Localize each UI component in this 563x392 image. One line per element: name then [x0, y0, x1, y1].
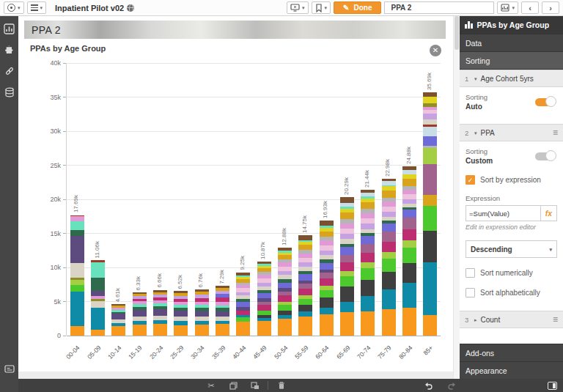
bar-segment[interactable] [382, 191, 396, 198]
bar-segment[interactable] [423, 97, 437, 103]
bar-segment[interactable] [298, 317, 312, 336]
bar-segment[interactable] [133, 325, 147, 336]
bar-segment[interactable] [361, 311, 375, 336]
bar-segment[interactable] [70, 326, 84, 336]
panel-section-appearance[interactable]: Appearance [460, 361, 563, 379]
bar-segment[interactable] [382, 223, 396, 232]
bar-segment[interactable] [423, 315, 437, 336]
undo-button[interactable] [420, 379, 436, 392]
bar-segment[interactable] [320, 273, 334, 278]
paste-button[interactable] [247, 379, 263, 392]
rail-custom-objects-button[interactable] [4, 44, 15, 56]
scrollbar-thumb[interactable] [455, 16, 459, 50]
bar-segment[interactable] [340, 234, 354, 239]
bar-segment[interactable] [111, 326, 125, 336]
edit-expression-link[interactable]: Edit in expression editor [466, 223, 557, 231]
bar-segment[interactable] [91, 308, 105, 330]
sheet-grid-button[interactable]: ▾ [497, 1, 518, 14]
bar-segment[interactable] [402, 179, 416, 186]
bar-segment[interactable] [195, 325, 209, 336]
bar-15-19[interactable] [133, 292, 147, 336]
bar-00-04[interactable] [70, 215, 84, 336]
bar-segment[interactable] [340, 229, 354, 234]
bar-segment[interactable] [382, 289, 396, 309]
bar-segment[interactable] [257, 305, 271, 310]
close-icon[interactable]: ✕ [430, 45, 441, 56]
bar-45-49[interactable] [257, 262, 271, 336]
bar-segment[interactable] [216, 324, 229, 336]
bar-80-84[interactable] [402, 166, 416, 336]
bar-40-44[interactable] [236, 273, 250, 336]
bar-segment[interactable] [361, 202, 375, 209]
bar-segment[interactable] [402, 308, 416, 336]
bar-segment[interactable] [402, 240, 416, 248]
rail-master-items-button[interactable] [4, 65, 15, 77]
bar-segment[interactable] [340, 255, 354, 262]
drag-handle-icon[interactable]: ≡ [553, 315, 558, 324]
bar-segment[interactable] [361, 296, 375, 311]
bar-65-69[interactable] [340, 197, 354, 336]
bar-segment[interactable] [91, 291, 105, 296]
bar-segment[interactable] [361, 244, 375, 252]
bar-segment[interactable] [91, 301, 105, 308]
bar-segment[interactable] [320, 245, 334, 251]
navigation-menu-button[interactable]: ▾ [4, 1, 24, 14]
sort-alphabetically-row[interactable]: Sort alphabetically [466, 288, 557, 297]
sorting-item-age-cohort[interactable]: 1 ▾ Age Cohort 5yrs [460, 70, 563, 87]
bar-segment[interactable] [423, 136, 437, 146]
bar-segment[interactable] [340, 312, 354, 336]
bar-segment[interactable] [70, 280, 84, 285]
sorting-item-count[interactable]: 3 ▸ Count ≡ [460, 311, 563, 328]
bar-segment[interactable] [361, 262, 375, 268]
sorting-item-ppa[interactable]: 2 ▾ PPA ≡ [460, 124, 563, 141]
delete-button[interactable] [273, 379, 290, 392]
bar-segment[interactable] [257, 321, 271, 336]
bar-segment[interactable] [340, 247, 354, 255]
bar-segment[interactable] [423, 231, 437, 262]
bar-segment[interactable] [402, 283, 416, 307]
bar-segment[interactable] [402, 229, 416, 240]
panel-section-data[interactable]: Data [460, 34, 563, 51]
bar-segment[interactable] [382, 309, 396, 336]
bar-segment[interactable] [423, 195, 437, 206]
bar-segment[interactable] [361, 253, 375, 262]
bar-segment[interactable] [278, 295, 292, 301]
bar-75-79[interactable] [382, 179, 396, 336]
rail-charts-button[interactable] [4, 23, 15, 34]
bar-segment[interactable] [70, 230, 84, 236]
fx-button[interactable]: fx [540, 206, 556, 221]
bar-segment[interactable] [278, 319, 292, 336]
copy-button[interactable] [225, 379, 241, 392]
presentation-button[interactable]: ▾ [287, 1, 309, 14]
bar-50-54[interactable] [278, 248, 292, 336]
bar-segment[interactable] [423, 262, 437, 316]
bar-segment[interactable] [320, 232, 334, 237]
checkbox-checked-icon[interactable]: ✓ [466, 175, 475, 185]
bar-segment[interactable] [298, 299, 312, 305]
bar-segment[interactable] [361, 218, 375, 223]
bar-segment[interactable] [402, 210, 416, 218]
bar-segment[interactable] [340, 276, 354, 286]
bar-segment[interactable] [382, 242, 396, 252]
panel-section-sorting[interactable]: Sorting [460, 51, 563, 69]
toggle-right-panel-button[interactable] [545, 380, 559, 391]
bar-segment[interactable] [153, 309, 167, 315]
bar-segment[interactable] [320, 290, 334, 297]
bar-segment[interactable] [423, 127, 437, 136]
bar-25-29[interactable] [174, 291, 188, 336]
bar-segment[interactable] [174, 311, 188, 317]
bar-segment[interactable] [320, 308, 334, 314]
bar-segment[interactable] [382, 207, 396, 212]
bar-60-64[interactable] [320, 221, 334, 336]
bar-30-34[interactable] [195, 289, 209, 336]
bar-segment[interactable] [340, 197, 354, 203]
bar-segment[interactable] [423, 114, 437, 119]
panel-section-addons[interactable]: Add-ons [460, 344, 563, 361]
bar-segment[interactable] [340, 262, 354, 271]
cut-button[interactable]: ✂ [203, 379, 219, 392]
expression-input[interactable] [466, 206, 540, 221]
bar-segment[interactable] [278, 283, 292, 288]
bar-segment[interactable] [70, 221, 84, 230]
bar-segment[interactable] [423, 148, 437, 163]
bar-segment[interactable] [361, 213, 375, 218]
